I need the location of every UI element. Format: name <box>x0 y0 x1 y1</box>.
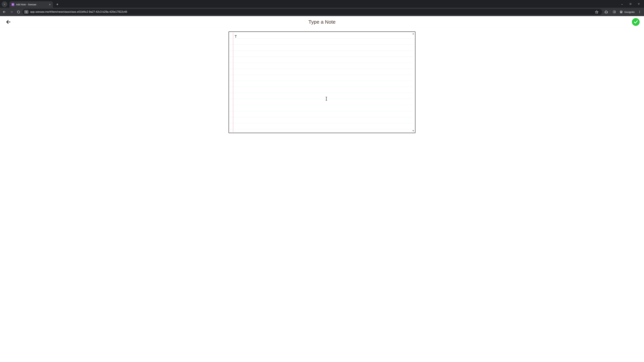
browser-tab[interactable]: S Add Note - Seesaw <box>10 1 53 8</box>
puzzle-icon <box>604 10 608 13</box>
nav-forward-button[interactable] <box>8 9 14 15</box>
text-cursor-icon <box>325 96 328 101</box>
svg-point-17 <box>620 12 621 13</box>
svg-marker-24 <box>412 33 414 34</box>
kebab-icon <box>638 10 641 13</box>
star-icon <box>595 10 598 13</box>
toolbar-divider <box>610 10 610 14</box>
arrow-left-icon <box>3 10 6 13</box>
arrow-left-icon <box>6 19 11 24</box>
new-tab-button[interactable] <box>55 2 60 7</box>
tune-icon <box>25 11 28 13</box>
window-close-button[interactable] <box>634 0 643 8</box>
app-viewport: Type a Note <box>0 16 644 362</box>
svg-marker-25 <box>412 130 414 132</box>
svg-line-28 <box>326 97 327 97</box>
browser-chrome: S Add Note - Seesaw <box>0 0 644 16</box>
tab-search-button[interactable] <box>2 1 8 7</box>
svg-point-20 <box>640 11 640 11</box>
note-paper <box>228 31 416 133</box>
caret-down-icon <box>412 130 414 132</box>
address-bar[interactable]: app.seesaw.me/#/item/new/class/class.e01… <box>22 9 602 15</box>
svg-point-13 <box>26 12 27 12</box>
svg-line-29 <box>326 100 326 100</box>
app-header: Type a Note <box>0 16 644 28</box>
svg-rect-5 <box>630 3 631 4</box>
svg-line-30 <box>326 100 327 100</box>
tab-close-button[interactable] <box>48 3 51 6</box>
sidepanel-icon <box>613 10 616 13</box>
url-text[interactable]: app.seesaw.me/#/item/new/class/class.e01… <box>30 10 592 13</box>
svg-point-21 <box>640 12 640 12</box>
back-button[interactable] <box>5 18 12 26</box>
check-icon <box>634 19 638 24</box>
window-minimize-button[interactable] <box>618 0 626 8</box>
nav-back-button[interactable] <box>1 9 8 15</box>
note-textarea[interactable] <box>234 33 412 131</box>
incognito-icon <box>619 10 623 13</box>
chevron-down-icon <box>3 3 6 5</box>
confirm-button[interactable] <box>632 18 640 26</box>
extensions-button[interactable] <box>603 9 609 15</box>
site-info-button[interactable] <box>24 10 28 14</box>
minimize-icon <box>621 3 623 5</box>
arrow-right-icon <box>10 10 13 13</box>
bookmark-button[interactable] <box>594 9 600 15</box>
maximize-icon <box>630 3 632 5</box>
browser-toolbar: app.seesaw.me/#/item/new/class/class.e01… <box>0 8 644 16</box>
favicon-icon: S <box>12 3 14 6</box>
editor-area <box>0 28 644 362</box>
plus-icon <box>56 3 59 6</box>
browser-menu-button[interactable] <box>636 9 643 15</box>
sidepanel-button[interactable] <box>611 9 617 15</box>
svg-point-22 <box>640 12 640 13</box>
page-title: Type a Note <box>308 19 336 24</box>
incognito-indicator[interactable]: Incognito <box>618 10 636 13</box>
tab-title: Add Note - Seesaw <box>16 3 46 6</box>
svg-point-12 <box>26 11 26 11</box>
close-icon <box>49 3 51 5</box>
address-bar-actions <box>594 9 600 15</box>
svg-rect-15 <box>613 11 616 13</box>
scroll-down-button[interactable] <box>412 130 414 132</box>
svg-line-27 <box>326 97 326 97</box>
caret-up-icon <box>412 33 414 34</box>
scroll-up-button[interactable] <box>412 33 414 34</box>
favicon-letter: S <box>12 3 14 5</box>
window-controls <box>618 0 643 8</box>
svg-marker-14 <box>595 11 598 13</box>
tab-strip: S Add Note - Seesaw <box>0 0 644 8</box>
svg-point-18 <box>621 12 622 13</box>
incognito-label: Incognito <box>624 10 634 13</box>
nav-reload-button[interactable] <box>16 9 22 15</box>
reload-icon <box>17 10 20 13</box>
window-maximize-button[interactable] <box>626 0 634 8</box>
close-icon <box>638 3 640 5</box>
